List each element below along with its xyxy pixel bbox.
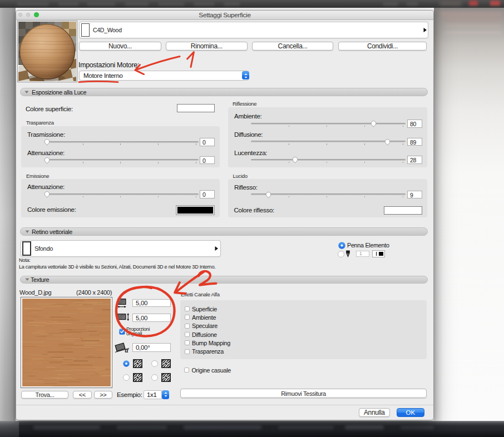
svg-text:α: α (125, 347, 129, 354)
